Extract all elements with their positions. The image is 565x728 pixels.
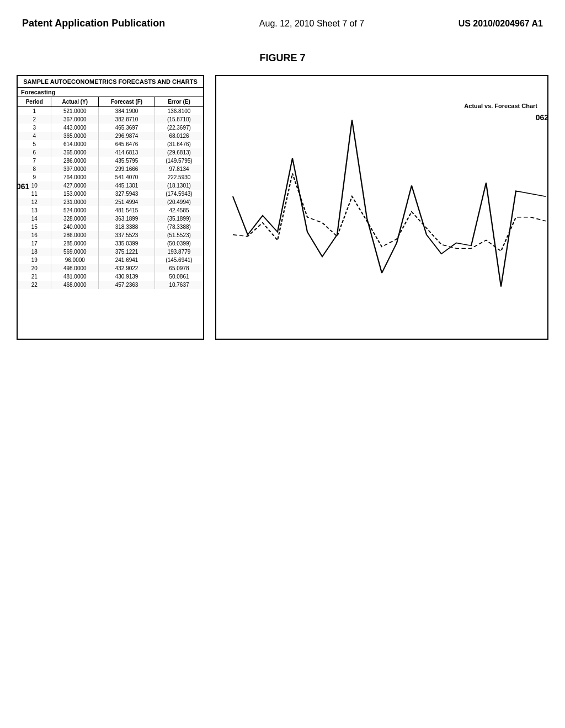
cell-2: 414.6813 <box>99 148 155 157</box>
col-error: Error (E) <box>154 97 203 107</box>
col-forecast: Forecast (F) <box>99 97 155 107</box>
cell-3: 10.7637 <box>154 281 203 289</box>
cell-0: 7 <box>18 157 51 165</box>
cell-1: 328.0000 <box>51 215 99 223</box>
cell-1: 521.0000 <box>51 107 99 116</box>
cell-3: 193.8779 <box>154 248 203 256</box>
cell-3: (78.3388) <box>154 223 203 231</box>
cell-0: 8 <box>18 165 51 173</box>
cell-3: (18.1301) <box>154 181 203 190</box>
cell-2: 435.5795 <box>99 157 155 165</box>
cell-3: (29.6813) <box>154 148 203 157</box>
cell-3: (149.5795) <box>154 157 203 165</box>
table-row: 11153.0000327.5943(174.5943) <box>18 190 203 198</box>
cell-0: 3 <box>18 124 51 132</box>
table-row: 6365.0000414.6813(29.6813) <box>18 148 203 157</box>
page-header: Patent Application Publication Aug. 12, … <box>0 0 565 36</box>
cell-1: 96.0000 <box>51 256 99 264</box>
table-row: 12231.0000251.4994(20.4994) <box>18 198 203 206</box>
cell-1: 365.0000 <box>51 148 99 157</box>
cell-0: 5 <box>18 140 51 148</box>
cell-1: 764.0000 <box>51 173 99 181</box>
chart-section: Actual vs. Forecast Chart <box>215 75 548 340</box>
cell-1: 285.0000 <box>51 239 99 248</box>
table-row: 3443.0000465.3697(22.3697) <box>18 124 203 132</box>
cell-1: 443.0000 <box>51 124 99 132</box>
cell-0: 4 <box>18 132 51 140</box>
cell-2: 541.4070 <box>99 173 155 181</box>
cell-2: 327.5943 <box>99 190 155 198</box>
cell-2: 335.0399 <box>99 239 155 248</box>
cell-0: 21 <box>18 272 51 281</box>
cell-3: (51.5523) <box>154 231 203 239</box>
cell-2: 382.8710 <box>99 115 155 124</box>
table-row: 4365.0000296.987468.0126 <box>18 132 203 140</box>
table-row: 22468.0000457.236310.7637 <box>18 281 203 289</box>
col-actual: Actual (Y) <box>51 97 99 107</box>
table-row: 14328.0000363.1899(35.1899) <box>18 215 203 223</box>
table-row: 5614.0000645.6476(31.6476) <box>18 140 203 148</box>
cell-3: (20.4994) <box>154 198 203 206</box>
cell-0: 1 <box>18 107 51 116</box>
actual-line <box>233 120 546 287</box>
cell-1: 397.0000 <box>51 165 99 173</box>
cell-0: 17 <box>18 239 51 248</box>
cell-0: 19 <box>18 256 51 264</box>
cell-3: 65.0978 <box>154 264 203 272</box>
cell-2: 299.1666 <box>99 165 155 173</box>
table-row: 21481.0000430.913950.0861 <box>18 272 203 281</box>
cell-2: 432.9022 <box>99 264 155 272</box>
publication-date: Aug. 12, 2010 Sheet 7 of 7 <box>259 17 364 29</box>
cell-2: 457.2363 <box>99 281 155 289</box>
cell-0: 20 <box>18 264 51 272</box>
cell-2: 384.1900 <box>99 107 155 116</box>
cell-2: 375.1221 <box>99 248 155 256</box>
cell-3: (50.0399) <box>154 239 203 248</box>
cell-2: 296.9874 <box>99 132 155 140</box>
cell-2: 318.3388 <box>99 223 155 231</box>
cell-0: 12 <box>18 198 51 206</box>
cell-3: (35.1899) <box>154 215 203 223</box>
table-row: 9764.0000541.4070222.5930 <box>18 173 203 181</box>
cell-3: 68.0126 <box>154 132 203 140</box>
main-content: SAMPLE AUTOECONOMETRICS FORECASTS AND CH… <box>0 75 565 340</box>
cell-2: 481.5415 <box>99 206 155 215</box>
table-row: 8397.0000299.166697.8134 <box>18 165 203 173</box>
table-row: 13524.0000481.541542.4585 <box>18 206 203 215</box>
cell-0: 11 <box>18 190 51 198</box>
cell-2: 251.4994 <box>99 198 155 206</box>
cell-3: 42.4585 <box>154 206 203 215</box>
cell-2: 337.5523 <box>99 231 155 239</box>
cell-2: 645.6476 <box>99 140 155 148</box>
cell-0: 22 <box>18 281 51 289</box>
forecast-header: Forecasting <box>18 88 203 97</box>
cell-3: 97.8134 <box>154 165 203 173</box>
cell-3: (174.5943) <box>154 190 203 198</box>
cell-0: 6 <box>18 148 51 157</box>
cell-1: 286.0000 <box>51 157 99 165</box>
table-row: 1996.0000241.6941(145.6941) <box>18 256 203 264</box>
cell-2: 241.6941 <box>99 256 155 264</box>
forecast-chart <box>216 76 547 339</box>
cell-1: 365.0000 <box>51 132 99 140</box>
table-row: 16286.0000337.5523(51.5523) <box>18 231 203 239</box>
cell-1: 569.0000 <box>51 248 99 256</box>
table-row: 17285.0000335.0399(50.0399) <box>18 239 203 248</box>
cell-3: (15.8710) <box>154 115 203 124</box>
cell-2: 430.9139 <box>99 272 155 281</box>
cell-3: 136.8100 <box>154 107 203 116</box>
cell-0: 15 <box>18 223 51 231</box>
figure-label: FIGURE 7 <box>0 52 565 64</box>
cell-0: 14 <box>18 215 51 223</box>
side-label-061: 061 <box>17 182 29 191</box>
cell-1: 498.0000 <box>51 264 99 272</box>
cell-1: 367.0000 <box>51 115 99 124</box>
cell-1: 524.0000 <box>51 206 99 215</box>
chart-outer <box>215 75 548 340</box>
cell-1: 153.0000 <box>51 190 99 198</box>
forecasting-table-section: SAMPLE AUTOECONOMETRICS FORECASTS AND CH… <box>17 75 204 340</box>
forecast-line <box>233 174 546 251</box>
table-row: 18569.0000375.1221193.8779 <box>18 248 203 256</box>
cell-0: 18 <box>18 248 51 256</box>
cell-3: 50.0861 <box>154 272 203 281</box>
